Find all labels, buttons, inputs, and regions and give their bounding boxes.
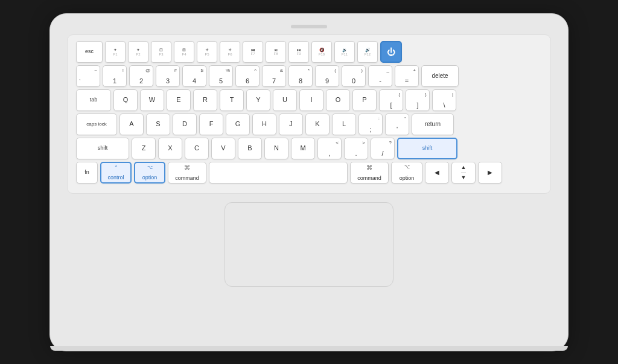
key-semicolon[interactable]: : ; [358, 113, 383, 135]
key-f1[interactable]: ✦F1 [105, 41, 126, 63]
key-z[interactable]: Z [132, 138, 156, 159]
key-command-left[interactable]: ⌘ command [168, 162, 206, 184]
key-f[interactable]: F [199, 113, 223, 135]
key-m[interactable]: M [291, 138, 315, 159]
key-f4[interactable]: ⊞F4 [174, 41, 194, 63]
key-backtick[interactable]: ~ ` [76, 65, 100, 87]
key-backslash[interactable]: | \ [432, 89, 456, 111]
key-option-left[interactable]: ⌥ option [134, 162, 165, 184]
key-0[interactable]: ) 0 [342, 65, 366, 87]
key-1[interactable]: ! 1 [103, 65, 127, 87]
key-4[interactable]: $ 4 [182, 65, 206, 87]
key-equals[interactable]: + = [395, 65, 419, 87]
key-l[interactable]: L [332, 113, 356, 135]
key-f9[interactable]: ⏭F9 [288, 41, 309, 63]
key-f12[interactable]: 🔊F12 [357, 41, 378, 63]
key-capslock[interactable]: caps lock [76, 113, 117, 135]
key-3[interactable]: # 3 [156, 65, 180, 87]
key-b[interactable]: B [238, 138, 262, 159]
key-o[interactable]: O [326, 89, 350, 111]
key-minus[interactable]: _ - [368, 65, 392, 87]
key-f10[interactable]: 🔇F10 [311, 41, 332, 63]
key-period[interactable]: > . [344, 138, 368, 159]
key-f3[interactable]: ⊡F3 [151, 41, 171, 63]
key-f11[interactable]: 🔉F11 [334, 41, 355, 63]
trackpad[interactable] [225, 202, 393, 287]
key-command-right[interactable]: ⌘ command [350, 162, 389, 184]
key-y[interactable]: Y [246, 89, 270, 111]
qwerty-row: tab Q W E R T Y U I O P { [ } ] | \ [76, 89, 542, 111]
key-r[interactable]: R [193, 89, 217, 111]
key-shift-left[interactable]: shift [76, 138, 129, 159]
key-f2[interactable]: ✦F2 [128, 41, 148, 63]
key-q[interactable]: Q [113, 89, 138, 111]
key-option-right[interactable]: ⌥ option [391, 162, 422, 184]
key-f8[interactable]: ⏯F8 [266, 41, 286, 63]
key-bracket-left[interactable]: { [ [379, 89, 403, 111]
key-a[interactable]: A [119, 113, 144, 135]
key-e[interactable]: E [167, 89, 191, 111]
number-row: ~ ` ! 1 @ 2 # 3 $ 4 % 5 [76, 65, 542, 87]
key-quote[interactable]: " ' [385, 113, 409, 135]
key-power[interactable]: ⏻ [380, 41, 402, 63]
key-k[interactable]: K [305, 113, 330, 135]
key-control[interactable]: ⌃ control [100, 162, 132, 184]
key-2[interactable]: @ 2 [129, 65, 153, 87]
key-6[interactable]: ^ 6 [235, 65, 260, 87]
key-v[interactable]: V [211, 138, 235, 159]
key-slash[interactable]: ? / [371, 138, 395, 159]
key-g[interactable]: G [226, 113, 250, 135]
laptop-bottom-bar [50, 346, 568, 351]
key-c[interactable]: C [185, 138, 209, 159]
key-w[interactable]: W [140, 89, 164, 111]
key-f6[interactable]: ☀F6 [220, 41, 240, 63]
key-n[interactable]: N [264, 138, 288, 159]
key-arrow-left[interactable]: ◀ [425, 162, 449, 184]
key-h[interactable]: H [252, 113, 276, 135]
key-8[interactable]: * 8 [288, 65, 313, 87]
key-9[interactable]: ( 9 [315, 65, 339, 87]
key-shift-right[interactable]: shift [397, 138, 457, 159]
key-u[interactable]: U [273, 89, 297, 111]
key-d[interactable]: D [173, 113, 197, 135]
key-delete[interactable]: delete [421, 65, 459, 87]
key-bracket-right[interactable]: } ] [406, 89, 430, 111]
key-f5[interactable]: ☀F5 [197, 41, 217, 63]
key-return[interactable]: return [412, 113, 454, 135]
key-fn[interactable]: fn [76, 162, 98, 184]
asdf-row: caps lock A S D F G H J K L : ; " ' retu… [76, 113, 542, 135]
key-7[interactable]: & 7 [262, 65, 286, 87]
key-arrow-updown[interactable]: ▲ ▼ [451, 162, 476, 184]
key-t[interactable]: T [220, 89, 244, 111]
key-x[interactable]: X [158, 138, 182, 159]
key-tab[interactable]: tab [76, 89, 111, 111]
key-f7[interactable]: ⏮F7 [243, 41, 263, 63]
key-p[interactable]: P [352, 89, 377, 111]
key-j[interactable]: J [279, 113, 303, 135]
camera-notch [291, 25, 327, 28]
key-s[interactable]: S [146, 113, 170, 135]
key-space[interactable] [209, 162, 348, 184]
keyboard: esc ✦F1 ✦F2 ⊡F3 ⊞F4 ☀F5 ☀F6 ⏮F7 [67, 34, 551, 194]
key-esc[interactable]: esc [76, 41, 103, 63]
bottom-row: fn ⌃ control ⌥ option ⌘ command ⌘ comman… [76, 162, 542, 184]
key-i[interactable]: I [299, 89, 323, 111]
fn-row: esc ✦F1 ✦F2 ⊡F3 ⊞F4 ☀F5 ☀F6 ⏮F7 [76, 41, 542, 63]
key-5[interactable]: % 5 [209, 65, 233, 87]
laptop-body: esc ✦F1 ✦F2 ⊡F3 ⊞F4 ☀F5 ☀F6 ⏮F7 [49, 13, 569, 351]
key-comma[interactable]: < , [317, 138, 342, 159]
zxcv-row: shift Z X C V B N M < , > . ? / shift [76, 138, 542, 159]
key-arrow-right[interactable]: ▶ [478, 162, 502, 184]
